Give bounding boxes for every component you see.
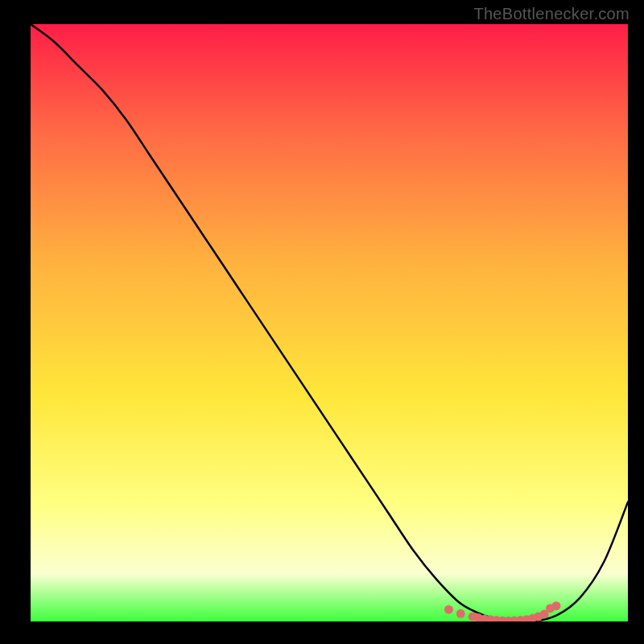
chart-container: TheBottlenecker.com	[0, 0, 644, 644]
watermark-text: TheBottlenecker.com	[473, 5, 630, 23]
marker-dot	[444, 605, 453, 614]
chart-background	[31, 24, 628, 621]
marker-dot	[456, 609, 465, 618]
chart-svg	[31, 24, 628, 621]
marker-dot	[551, 601, 560, 610]
chart-plot-area	[31, 24, 628, 621]
